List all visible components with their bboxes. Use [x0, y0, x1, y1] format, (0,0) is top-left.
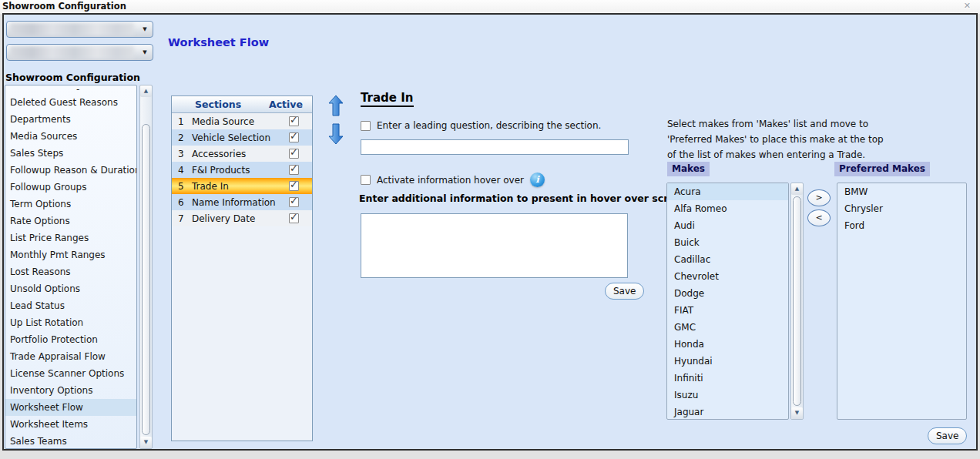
sidebar-item[interactable]: Sales Steps: [5, 145, 136, 162]
sidebar-item[interactable]: Departments: [5, 111, 136, 128]
checkmark-icon: ✓: [290, 146, 298, 158]
list-item[interactable]: Isuzu: [667, 387, 788, 404]
hover-over-checkbox[interactable]: [361, 175, 371, 185]
list-item[interactable]: Hyundai: [667, 353, 788, 370]
sidebar-item[interactable]: License Scanner Options: [5, 365, 136, 382]
active-checkbox[interactable]: ✓: [289, 149, 299, 159]
scrollbar-thumb[interactable]: [793, 196, 801, 406]
leading-question-label: Enter a leading question, describing the…: [377, 120, 601, 131]
section-name: Accessories: [192, 149, 289, 159]
active-checkbox[interactable]: ✓: [289, 116, 299, 126]
checkmark-icon: ✓: [290, 114, 298, 126]
sidebar-item[interactable]: Worksheet Flow: [5, 399, 136, 416]
checkmark-icon: ✓: [290, 211, 298, 223]
leading-question-checkbox[interactable]: [361, 121, 371, 131]
list-item[interactable]: Dodge: [667, 285, 788, 302]
move-section-up-button[interactable]: [328, 95, 344, 119]
scroll-down-icon[interactable]: ▼: [140, 437, 152, 448]
sidebar-item[interactable]: List Price Ranges: [5, 230, 136, 246]
section-row[interactable]: 2Vehicle Selection✓: [172, 129, 312, 146]
list-item[interactable]: GMC: [667, 319, 788, 336]
section-name: Delivery Date: [192, 213, 289, 224]
sections-table-header: Sections Active: [172, 96, 312, 113]
section-row[interactable]: 3Accessories✓: [172, 146, 312, 162]
sidebar-item[interactable]: -: [5, 85, 136, 94]
section-number: 4: [172, 165, 192, 176]
up-arrow-icon: [328, 95, 344, 116]
leading-question-input[interactable]: [361, 139, 629, 155]
sidebar-list: -Deleted Guest ReasonsDepartmentsMedia S…: [5, 85, 137, 449]
makes-scrollbar[interactable]: ▲ ▼: [790, 183, 804, 420]
active-checkbox[interactable]: ✓: [289, 165, 299, 175]
checkmark-icon: ✓: [290, 130, 298, 142]
sidebar-item[interactable]: Up List Rotation: [5, 314, 136, 331]
active-checkbox[interactable]: ✓: [289, 132, 299, 142]
dealership-combobox-1[interactable]: ▼: [6, 21, 153, 38]
additional-info-label: Enter additional information to present …: [359, 193, 692, 204]
list-item[interactable]: Alfa Romeo: [667, 200, 788, 217]
sidebar-item[interactable]: Sales Teams: [5, 433, 136, 449]
sidebar-item[interactable]: Lead Status: [5, 297, 136, 314]
list-item[interactable]: Chevrolet: [667, 268, 788, 285]
list-item[interactable]: BMW: [837, 183, 966, 200]
dealership-combobox-2[interactable]: ▼: [6, 44, 153, 61]
makes-save-button[interactable]: Save: [928, 427, 967, 444]
section-row[interactable]: 4F&I Products✓: [172, 162, 312, 178]
sidebar-item[interactable]: Worksheet Items: [5, 416, 136, 433]
active-checkbox[interactable]: ✓: [289, 213, 299, 223]
sidebar-item[interactable]: Followup Groups: [5, 179, 136, 196]
section-number: 7: [172, 213, 192, 224]
section-reorder-controls: [328, 95, 345, 152]
sidebar-item[interactable]: Inventory Options: [5, 382, 136, 399]
close-icon[interactable]: ✕: [964, 1, 971, 11]
list-item[interactable]: Ford: [837, 217, 966, 234]
makes-label: Makes: [667, 162, 710, 176]
sidebar-title: Showroom Configuration: [5, 72, 140, 83]
preferred-makes-label: Preferred Makes: [834, 162, 930, 176]
sidebar-item[interactable]: Term Options: [5, 196, 136, 213]
sidebar-item[interactable]: Lost Reasons: [5, 263, 136, 280]
move-from-preferred-button[interactable]: <: [807, 209, 831, 226]
chevron-down-icon[interactable]: ▼: [137, 49, 153, 55]
move-to-preferred-button[interactable]: >: [807, 189, 831, 206]
sidebar-item[interactable]: Portfolio Protection: [5, 331, 136, 348]
scrollbar-thumb[interactable]: [142, 124, 150, 435]
section-row[interactable]: 6Name Information✓: [172, 194, 312, 210]
section-row[interactable]: 1Media Source✓: [172, 113, 312, 129]
list-item[interactable]: Infiniti: [667, 370, 788, 387]
section-detail-title: Trade In: [361, 91, 414, 107]
move-section-down-button[interactable]: [328, 123, 344, 147]
makes-instructions: Select makes from 'Makes' list and move …: [667, 116, 886, 162]
list-item[interactable]: Buick: [667, 234, 788, 251]
makes-listbox[interactable]: AcuraAlfa RomeoAudiBuickCadillacChevrole…: [666, 183, 789, 420]
window-title: Showroom Configuration: [2, 1, 126, 12]
sidebar-item[interactable]: Trade Appraisal Flow: [5, 348, 136, 365]
list-item[interactable]: Honda: [667, 336, 788, 353]
sidebar-item[interactable]: Rate Options: [5, 213, 136, 230]
scroll-up-icon[interactable]: ▲: [791, 183, 803, 195]
sidebar-item[interactable]: Media Sources: [5, 128, 136, 145]
section-row[interactable]: 5Trade In✓: [172, 178, 312, 194]
list-item[interactable]: Acura: [667, 183, 788, 200]
list-item[interactable]: Chrysler: [837, 200, 966, 217]
info-icon[interactable]: i: [530, 173, 545, 187]
sidebar-item[interactable]: Unsold Options: [5, 280, 136, 297]
list-item[interactable]: Cadillac: [667, 251, 788, 268]
checkmark-icon: ✓: [290, 195, 298, 206]
sidebar-item[interactable]: Followup Reason & Durations: [5, 162, 136, 179]
list-item[interactable]: Audi: [667, 217, 788, 234]
scroll-up-icon[interactable]: ▲: [140, 85, 152, 97]
chevron-down-icon[interactable]: ▼: [137, 26, 153, 32]
sidebar-item[interactable]: Deleted Guest Reasons: [5, 94, 136, 111]
active-checkbox[interactable]: ✓: [289, 181, 299, 191]
preferred-makes-listbox[interactable]: BMWChryslerFord: [837, 183, 967, 420]
additional-info-textarea[interactable]: [361, 213, 628, 278]
list-item[interactable]: Jaguar: [667, 404, 788, 420]
section-save-button[interactable]: Save: [605, 283, 644, 300]
scroll-down-icon[interactable]: ▼: [791, 407, 803, 419]
section-row[interactable]: 7Delivery Date✓: [172, 210, 312, 226]
sidebar-item[interactable]: Monthly Pmt Ranges: [5, 246, 136, 263]
active-checkbox[interactable]: ✓: [289, 197, 299, 207]
list-item[interactable]: FIAT: [667, 302, 788, 319]
sidebar-scrollbar[interactable]: ▲ ▼: [139, 85, 153, 449]
